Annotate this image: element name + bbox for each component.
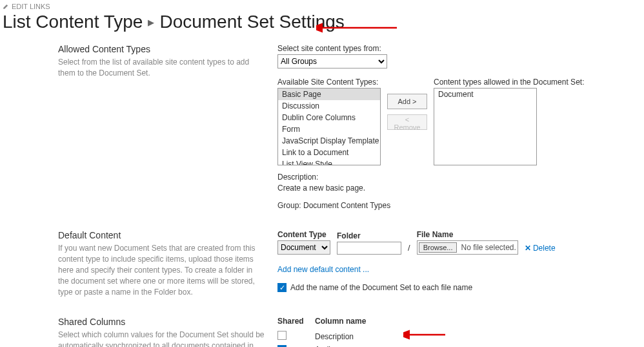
group-line: Group: Document Content Types bbox=[277, 200, 631, 211]
description-label: Description: bbox=[277, 172, 631, 183]
available-option[interactable]: Link to a Document bbox=[278, 147, 380, 158]
section-allowed-content-types: Allowed Content Types Select from the li… bbox=[0, 44, 644, 211]
allowed-option[interactable]: Document bbox=[434, 89, 536, 100]
group-select[interactable]: All Groups bbox=[277, 54, 387, 68]
delete-link[interactable]: ✕ Delete bbox=[525, 244, 556, 255]
file-input[interactable]: Browse... No file selected. bbox=[417, 240, 518, 255]
shared-row: Description bbox=[277, 330, 631, 343]
folder-input[interactable] bbox=[337, 242, 401, 255]
delete-x-icon: ✕ bbox=[525, 244, 531, 253]
available-option[interactable]: Discussion bbox=[278, 100, 380, 112]
description-text: Create a new basic page. bbox=[277, 183, 631, 194]
allowed-label: Content types allowed in the Document Se… bbox=[434, 78, 584, 87]
edit-links[interactable]: EDIT LINKS bbox=[0, 0, 644, 10]
section-shared-columns: Shared Columns Select which column value… bbox=[0, 317, 644, 347]
shared-columns-heading: Shared Columns bbox=[58, 317, 265, 327]
browse-button[interactable]: Browse... bbox=[419, 242, 458, 253]
add-new-default-content-link[interactable]: Add new default content ... bbox=[277, 265, 631, 274]
select-from-label: Select site content types from: bbox=[277, 44, 631, 53]
shared-columns-desc: Select which column values for the Docum… bbox=[58, 330, 265, 347]
content-type-select[interactable]: Document bbox=[277, 240, 330, 255]
remove-button[interactable]: < Remove bbox=[387, 114, 427, 130]
folder-label: Folder bbox=[337, 231, 401, 240]
shared-checkbox[interactable] bbox=[277, 331, 287, 340]
allowed-listbox[interactable]: Document bbox=[434, 88, 537, 165]
shared-column-name: Audience bbox=[315, 345, 631, 347]
page-title: List Content Type ▸ Document Set Setting… bbox=[0, 10, 644, 44]
available-label: Available Site Content Types: bbox=[277, 78, 381, 87]
file-name-label: File Name bbox=[417, 230, 518, 239]
available-option[interactable]: Dublin Core Columns bbox=[278, 112, 380, 123]
edit-links-label: EDIT LINKS bbox=[12, 3, 50, 10]
folder-slash: / bbox=[408, 243, 410, 255]
shared-header-shared: Shared bbox=[277, 317, 303, 326]
available-option[interactable]: JavaScript Display Template bbox=[278, 135, 380, 147]
allowed-types-heading: Allowed Content Types bbox=[58, 44, 265, 54]
breadcrumb-current: Document Set Settings bbox=[159, 12, 344, 32]
available-option[interactable]: Form bbox=[278, 123, 380, 135]
available-listbox[interactable]: Basic PageDiscussionDublin Core ColumnsF… bbox=[277, 88, 381, 165]
default-content-desc: If you want new Document Sets that are c… bbox=[58, 243, 265, 297]
available-option[interactable]: List View Style bbox=[278, 158, 380, 165]
section-default-content: Default Content If you want new Document… bbox=[0, 230, 644, 297]
content-type-label: Content Type bbox=[277, 230, 330, 239]
delete-label: Delete bbox=[533, 244, 556, 253]
default-content-heading: Default Content bbox=[58, 230, 265, 240]
shared-column-name: Description bbox=[315, 332, 631, 341]
add-button[interactable]: Add > bbox=[387, 94, 427, 109]
add-name-label: Add the name of the Document Set to each… bbox=[290, 283, 472, 292]
allowed-types-desc: Select from the list of available site c… bbox=[58, 57, 265, 79]
breadcrumb-separator: ▸ bbox=[148, 14, 154, 30]
shared-row: ✓Audience bbox=[277, 343, 631, 347]
available-option[interactable]: Basic Page bbox=[278, 89, 380, 100]
shared-columns-table: Shared Column name Description✓Audience bbox=[277, 317, 631, 347]
pencil-icon bbox=[3, 3, 9, 10]
breadcrumb-parent[interactable]: List Content Type bbox=[3, 12, 143, 32]
shared-header-name: Column name bbox=[315, 317, 631, 326]
no-file-label: No file selected. bbox=[461, 243, 516, 252]
add-name-checkbox[interactable]: ✓ bbox=[277, 283, 287, 292]
